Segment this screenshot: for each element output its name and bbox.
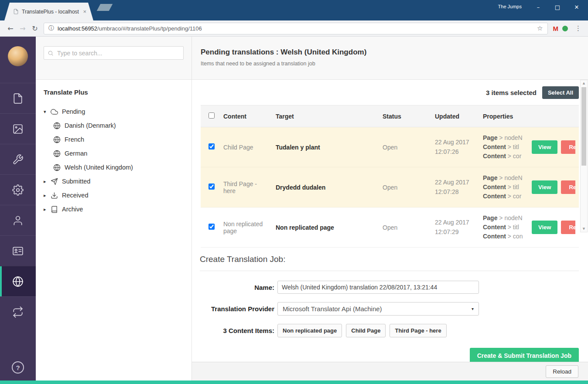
- job-section-title: Create Translation Job:: [200, 255, 579, 264]
- pending-table: Content Target Status Updated Properties…: [201, 105, 579, 248]
- tree-item-pending[interactable]: ▾ Pending: [44, 105, 191, 119]
- rail-items: [0, 83, 36, 327]
- accent-strip: [0, 381, 588, 384]
- tree-item-german[interactable]: German: [44, 146, 191, 160]
- close-button[interactable]: ✕: [567, 0, 586, 14]
- tree-item-welsh[interactable]: Welsh (United Kingdom): [44, 160, 191, 174]
- gmail-extension-icon[interactable]: M: [553, 25, 559, 32]
- caret-right-icon[interactable]: ▸: [44, 207, 51, 212]
- search-icon: [48, 50, 54, 56]
- row-checkbox[interactable]: [209, 143, 215, 150]
- column-header: Properties: [479, 105, 528, 127]
- bookmark-star-icon[interactable]: ☆: [537, 24, 543, 32]
- forward-icon[interactable]: →: [17, 24, 29, 33]
- browser-toolbar: ← → ↻ ⓘ localhost:56952/umbraco/#/transl…: [0, 20, 588, 37]
- url-path: /umbraco/#/translatePlus/tp/pending/1106: [97, 25, 202, 32]
- content-item-chip[interactable]: Child Page: [346, 324, 386, 337]
- view-button[interactable]: View: [532, 140, 557, 154]
- search-box: [44, 46, 184, 60]
- avatar[interactable]: [8, 46, 28, 66]
- remove-button[interactable]: Rem: [561, 180, 575, 194]
- row-checkbox[interactable]: [209, 224, 215, 230]
- footer-bar: Reload: [192, 362, 588, 381]
- section-content[interactable]: [0, 83, 36, 113]
- browser-tab[interactable]: TranslatePlus - localhost ×: [4, 3, 93, 20]
- titlebar: TranslatePlus - localhost × The Jumps – …: [0, 0, 588, 20]
- tree-item-french[interactable]: French: [44, 133, 191, 146]
- content-item-chip[interactable]: Third Page - here: [390, 324, 446, 337]
- tab-favicon-icon: [13, 9, 19, 14]
- job-name-input[interactable]: [277, 281, 479, 294]
- image-icon: [12, 123, 24, 135]
- section-forms[interactable]: [0, 296, 36, 327]
- paper-plane-icon: [51, 178, 58, 185]
- scrollbar-thumb[interactable]: [581, 87, 586, 166]
- tree-item-danish[interactable]: Danish (Denmark): [44, 119, 191, 133]
- tree-item-label: Danish (Denmark): [65, 122, 116, 129]
- tab-title: TranslatePlus - localhost: [22, 9, 80, 15]
- target-cell: Tudalen y plant: [272, 127, 379, 167]
- remove-button[interactable]: Rem: [561, 140, 575, 154]
- remove-button[interactable]: Rem: [561, 221, 575, 234]
- scroll-up-icon[interactable]: ▲: [581, 80, 587, 86]
- content-items-label: 3 Content Items:: [200, 327, 274, 334]
- section-media[interactable]: [0, 113, 36, 144]
- browser-menu-icon[interactable]: ⋮: [575, 24, 581, 32]
- table-row: Non replicated page Non replicated page …: [201, 207, 579, 248]
- vertical-scrollbar[interactable]: ▲ ▼: [580, 80, 588, 232]
- section-translation[interactable]: [0, 266, 36, 296]
- updated-cell: 22 Aug 2017 12:07:26: [431, 127, 479, 167]
- tree-item-submitted[interactable]: ▸ Submitted: [44, 174, 191, 188]
- target-cell: Drydedd dudalen: [272, 167, 379, 207]
- globe-icon: [53, 122, 61, 129]
- download-icon: [51, 192, 58, 199]
- help-icon[interactable]: ?: [12, 361, 24, 374]
- caret-right-icon[interactable]: ▸: [44, 179, 51, 184]
- tab-close-icon[interactable]: ×: [83, 8, 86, 15]
- page-info-icon[interactable]: ⓘ: [48, 24, 54, 32]
- id-card-icon: [12, 245, 24, 257]
- tree-item-received[interactable]: ▸ Received: [44, 188, 191, 202]
- search-input[interactable]: [44, 46, 184, 60]
- column-header: Target: [272, 105, 379, 127]
- select-all-checkbox[interactable]: [209, 112, 215, 119]
- table-row: Third Page - here Drydedd dudalen Open 2…: [201, 167, 579, 207]
- properties-cell: Page > nodeN Content > titl Content > co…: [479, 207, 528, 248]
- window-user-label: The Jumps: [498, 4, 522, 9]
- tree-item-archive[interactable]: ▸ Archive: [44, 202, 191, 216]
- address-bar[interactable]: ⓘ localhost:56952/umbraco/#/translatePlu…: [44, 23, 548, 34]
- tree-item-label: Pending: [62, 108, 85, 115]
- green-extension-icon[interactable]: [562, 26, 568, 31]
- provider-select[interactable]: Microsoft Translator Api (Machine) ▾: [277, 302, 479, 316]
- new-tab-button[interactable]: [97, 4, 113, 11]
- globe-icon: [12, 276, 24, 287]
- section-members[interactable]: [0, 235, 36, 266]
- tree-item-label: German: [65, 150, 87, 157]
- maximize-button[interactable]: □: [548, 0, 567, 14]
- caret-right-icon[interactable]: ▸: [44, 193, 51, 198]
- content-item-chip[interactable]: Non replicated page: [277, 324, 342, 337]
- tree-title: Translate Plus: [44, 88, 191, 96]
- minimize-button[interactable]: –: [529, 0, 548, 14]
- scroll-down-icon[interactable]: ▼: [581, 226, 587, 232]
- row-actions: View Rem: [532, 180, 575, 194]
- back-icon[interactable]: ←: [4, 24, 17, 33]
- section-settings[interactable]: [0, 144, 36, 174]
- provider-selected-value: Microsoft Translator Api (Machine): [283, 305, 382, 313]
- view-button[interactable]: View: [532, 180, 557, 194]
- gear-icon: [12, 184, 24, 196]
- select-all-button[interactable]: Select All: [542, 86, 579, 99]
- row-checkbox[interactable]: [209, 184, 215, 190]
- section-users[interactable]: [0, 205, 36, 235]
- selected-count: 3 items selected: [486, 89, 537, 96]
- create-submit-button[interactable]: Create & Submit Translation Job: [470, 348, 579, 362]
- view-button[interactable]: View: [532, 221, 557, 234]
- caret-down-icon[interactable]: ▾: [44, 109, 51, 115]
- reload-icon[interactable]: ↻: [29, 24, 41, 33]
- reload-button[interactable]: Reload: [546, 365, 578, 378]
- section-developer[interactable]: [0, 174, 36, 205]
- column-header: Updated: [431, 105, 479, 127]
- name-label: Name:: [200, 284, 274, 291]
- globe-icon: [53, 136, 61, 143]
- updated-cell: 22 Aug 2017 12:07:29: [431, 207, 479, 248]
